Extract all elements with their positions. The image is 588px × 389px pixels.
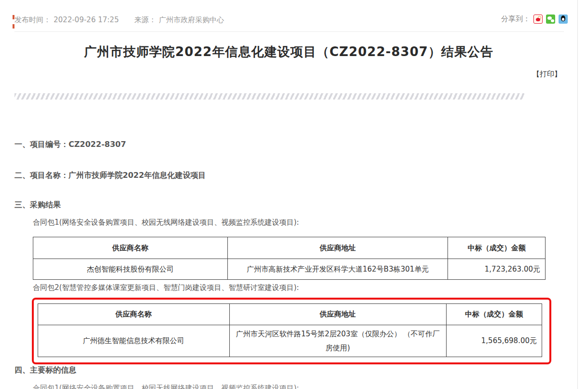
- section-procurement-result: 三、采购结果: [14, 200, 61, 210]
- header-award-amount: 中标（成交）金额: [448, 237, 546, 259]
- header-award-amount: 中标（成交）金额: [446, 304, 542, 325]
- header-supplier-address: 供应商地址: [229, 304, 446, 325]
- meta-bar: 发布时间：2022-09-26 17:25来源：广州市政府采购中心: [14, 15, 565, 25]
- supplier-name-cell: 广州德生智能信息技术有限公司: [38, 325, 230, 357]
- print-button[interactable]: 【打印】: [532, 70, 561, 79]
- table-header-row: 供应商名称 供应商地址 中标（成交）金额: [38, 304, 542, 325]
- supplier-address-cell: 广州市高新技术产业开发区科学大道162号B3栋301单元: [228, 259, 448, 280]
- table-row: 杰创智能科技股份有限公司 广州市高新技术产业开发区科学大道162号B3栋301单…: [33, 259, 546, 280]
- header-supplier-name: 供应商名称: [38, 304, 230, 325]
- supplier-address-cell: 广州市天河区软件路15号第2层203室（仅限办公） （不可作厂房使用): [229, 325, 446, 357]
- table-row: 广州德生智能信息技术有限公司 广州市天河区软件路15号第2层203室（仅限办公）…: [38, 325, 542, 357]
- supplier-name-cell: 杰创智能科技股份有限公司: [33, 259, 228, 280]
- publish-time-value: 2022-09-26 17:25: [54, 15, 119, 24]
- package1-label: 合同包1(网络安全设备购置项目、校园无线网络建设项目、视频监控系统建设项目):: [33, 218, 299, 227]
- award-amount-cell: 1,723,263.00元: [448, 259, 546, 280]
- source-value: 广州市政府采购中心: [159, 15, 224, 24]
- wechat-icon[interactable]: [546, 14, 555, 24]
- qq-icon[interactable]: [559, 14, 568, 24]
- award-amount-cell: 1,565,698.00元: [446, 325, 542, 357]
- table-header-row: 供应商名称 供应商地址 中标（成交）金额: [33, 237, 546, 259]
- section-main-subject-info: 四、主要标的信息: [14, 365, 76, 375]
- header-supplier-name: 供应商名称: [33, 237, 228, 259]
- content-right-divider: [577, 0, 578, 389]
- section-project-number: 一、项目编号：CZ2022-8307: [14, 140, 126, 150]
- section-project-name: 二、项目名称：广州市技师学院2022年信息化建设项目: [14, 171, 206, 181]
- package2-label: 合同包2(智慧管控多媒体课室更新项目、智慧门岗建设项目、智慧研讨室建设项目):: [33, 283, 299, 292]
- meta-divider: [14, 31, 564, 32]
- hatched-divider: [14, 93, 524, 100]
- publish-time-label: 发布时间：: [14, 15, 51, 24]
- header-supplier-address: 供应商地址: [228, 237, 448, 259]
- clipped-bottom-text: 合同包1(网络安全设备购置项目、校园无线网络建设项目、视频监控系统建设项目):: [33, 384, 299, 389]
- announcement-page: 发布时间：2022-09-26 17:25来源：广州市政府采购中心 分享到： 广…: [0, 0, 588, 389]
- share-label: 分享到：: [501, 14, 530, 24]
- share-bar: 分享到：: [501, 14, 568, 24]
- package1-table: 供应商名称 供应商地址 中标（成交）金额 杰创智能科技股份有限公司 广州市高新技…: [33, 237, 546, 280]
- weibo-icon[interactable]: [533, 14, 543, 24]
- left-red-mark: [13, 24, 14, 29]
- source-label: 来源：: [134, 15, 156, 24]
- package2-table: 供应商名称 供应商地址 中标（成交）金额 广州德生智能信息技术有限公司 广州市天…: [38, 303, 542, 357]
- page-title: 广州市技师学院2022年信息化建设项目（CZ2022-8307）结果公告: [0, 43, 577, 60]
